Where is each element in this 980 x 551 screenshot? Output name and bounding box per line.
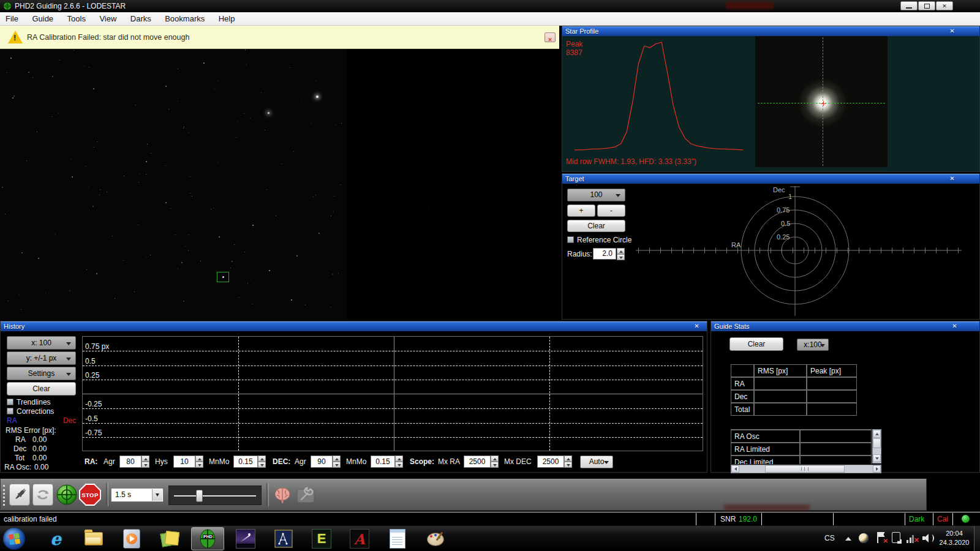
vertical-scroll-thumb[interactable] bbox=[873, 438, 881, 448]
scroll-up-button[interactable] bbox=[873, 430, 881, 438]
minimize-button[interactable] bbox=[900, 1, 918, 10]
rms-dec-value: 0.00 bbox=[32, 444, 47, 453]
astro-red-icon: A bbox=[350, 529, 369, 549]
menu-tools[interactable]: Tools bbox=[62, 12, 91, 25]
menu-view[interactable]: View bbox=[94, 12, 122, 25]
horizontal-scrollbar[interactable] bbox=[731, 465, 881, 473]
mxra-input[interactable]: 2500 bbox=[464, 455, 491, 468]
hys-spinner[interactable] bbox=[195, 455, 203, 468]
mxdec-input[interactable]: 2500 bbox=[537, 455, 564, 468]
trendlines-checkbox[interactable] bbox=[7, 399, 13, 405]
hys-input[interactable]: 10 bbox=[173, 455, 195, 468]
exposure-value: 1.5 s bbox=[115, 490, 131, 499]
menu-bookmarks[interactable]: Bookmarks bbox=[159, 12, 210, 25]
exposure-select[interactable]: 1.5 s bbox=[111, 488, 164, 502]
exposure-dropdown-button[interactable] bbox=[152, 489, 162, 501]
dec-mnmo-spinner[interactable] bbox=[395, 455, 403, 468]
target-titlebar[interactable]: Target ✕ bbox=[562, 174, 979, 184]
history-close-icon[interactable]: ✕ bbox=[693, 323, 701, 330]
taskbar-sticky-notes[interactable] bbox=[153, 527, 186, 550]
guide-stats-panel: Guide Stats ✕ Clear x:100 RMS [px] Peak … bbox=[710, 321, 980, 473]
dec-agr-input[interactable]: 90 bbox=[311, 455, 333, 468]
history-x-scale-select[interactable]: x: 100 bbox=[7, 336, 76, 350]
guide-stats-x-scale-select[interactable]: x:100 bbox=[797, 339, 829, 351]
ra-mnmo-input[interactable]: 0.15 bbox=[233, 455, 258, 468]
taskbar-phd2-active[interactable]: PHD bbox=[191, 527, 224, 550]
guide-stats-close-icon[interactable]: ✕ bbox=[951, 323, 959, 330]
scroll-down-button[interactable] bbox=[873, 454, 881, 462]
vertical-scrollbar[interactable] bbox=[872, 429, 881, 463]
corrections-checkbox[interactable] bbox=[7, 408, 13, 414]
tray-clock[interactable]: 20:04 24.3.2020 bbox=[936, 529, 973, 547]
list-row-ra-osc: RA Osc bbox=[731, 430, 800, 443]
show-desktop-button[interactable] bbox=[974, 526, 980, 551]
mxdec-spinner[interactable] bbox=[564, 455, 572, 468]
dec-mnmo-input[interactable]: 0.15 bbox=[371, 455, 395, 468]
star-field[interactable] bbox=[0, 49, 559, 320]
star bbox=[269, 270, 270, 271]
dec-agr-spinner[interactable] bbox=[333, 455, 341, 468]
taskbar-internet-explorer[interactable]: e bbox=[39, 527, 72, 550]
star-profile-close-icon[interactable]: ✕ bbox=[948, 28, 956, 35]
taskbar-constellation-app[interactable] bbox=[267, 527, 300, 550]
star bbox=[21, 252, 23, 253]
language-indicator[interactable]: CS bbox=[824, 534, 835, 542]
ra-mnmo-spinner[interactable] bbox=[258, 455, 266, 468]
guide-stats-titlebar[interactable]: Guide Stats ✕ bbox=[711, 321, 979, 331]
menu-help[interactable]: Help bbox=[213, 12, 241, 25]
tray-device-icon[interactable] bbox=[892, 532, 902, 544]
scroll-left-button[interactable] bbox=[731, 465, 739, 473]
alert-close-button[interactable]: ✕ bbox=[545, 32, 556, 42]
history-y-scale-select[interactable]: y: +/-1 px bbox=[7, 351, 76, 365]
history-settings-select[interactable]: Settings bbox=[7, 367, 76, 380]
taskbar-astro-app[interactable]: A bbox=[343, 527, 376, 550]
gamma-slider[interactable] bbox=[168, 485, 262, 505]
taskbar-notepad[interactable] bbox=[381, 527, 414, 550]
scroll-right-button[interactable] bbox=[873, 465, 881, 473]
taskbar-starry-sky-app[interactable] bbox=[229, 527, 262, 550]
loop-icon bbox=[35, 487, 51, 503]
dec-agr-value: 90 bbox=[317, 457, 325, 466]
close-button[interactable]: ✕ bbox=[936, 1, 953, 10]
tray-expand-icon[interactable] bbox=[845, 537, 851, 541]
menu-guide[interactable]: Guide bbox=[26, 12, 59, 25]
guide-assistant-button[interactable] bbox=[273, 485, 292, 508]
taskbar-media-player[interactable] bbox=[115, 527, 148, 550]
star bbox=[32, 77, 33, 78]
dropdown-arrow-icon bbox=[604, 461, 609, 464]
horizontal-scroll-thumb[interactable] bbox=[765, 465, 845, 473]
taskbar-paint[interactable] bbox=[419, 527, 452, 550]
gridline-zero bbox=[83, 394, 703, 394]
target-polar-plot bbox=[562, 184, 979, 319]
ra-agr-input[interactable]: 80 bbox=[119, 455, 141, 468]
maximize-button[interactable] bbox=[918, 1, 935, 10]
tray-network-icon[interactable]: ✕ bbox=[907, 533, 918, 543]
history-titlebar[interactable]: History ✕ bbox=[1, 321, 707, 331]
taskbar-eqmod-app[interactable]: E bbox=[305, 527, 338, 550]
tray-volume-icon[interactable] bbox=[922, 533, 933, 543]
ra-agr-spinner[interactable] bbox=[141, 455, 149, 468]
tray-action-center-icon[interactable]: ✕ bbox=[876, 532, 887, 544]
start-guiding-button[interactable] bbox=[56, 484, 78, 508]
menu-file[interactable]: File bbox=[0, 12, 24, 25]
start-button[interactable] bbox=[3, 528, 25, 550]
camera-settings-button[interactable] bbox=[296, 485, 315, 508]
loop-exposures-button[interactable] bbox=[32, 484, 53, 506]
guide-stats-clear-button[interactable]: Clear bbox=[729, 337, 783, 351]
notepad-icon bbox=[390, 529, 405, 549]
dec-mode-select[interactable]: Auto bbox=[580, 455, 613, 468]
star-profile-titlebar[interactable]: Star Profile ✕ bbox=[562, 26, 979, 36]
col-header-rms: RMS [px] bbox=[754, 364, 807, 377]
history-clear-button[interactable]: Clear bbox=[7, 382, 76, 395]
menu-darks[interactable]: Darks bbox=[125, 12, 157, 25]
target-close-icon[interactable]: ✕ bbox=[948, 175, 956, 182]
taskbar-file-explorer[interactable] bbox=[77, 527, 110, 550]
mxra-spinner[interactable] bbox=[491, 455, 499, 468]
stop-button[interactable]: STOP bbox=[79, 484, 101, 506]
slider-thumb[interactable] bbox=[196, 490, 203, 502]
tray-moon-icon[interactable] bbox=[859, 533, 869, 543]
window-titlebar[interactable]: PHD2 Guiding 2.6.6 - LODESTAR ✕ bbox=[0, 0, 980, 12]
toolbar-grip[interactable] bbox=[3, 485, 5, 506]
star bbox=[246, 64, 247, 65]
connect-camera-button[interactable] bbox=[9, 484, 30, 506]
